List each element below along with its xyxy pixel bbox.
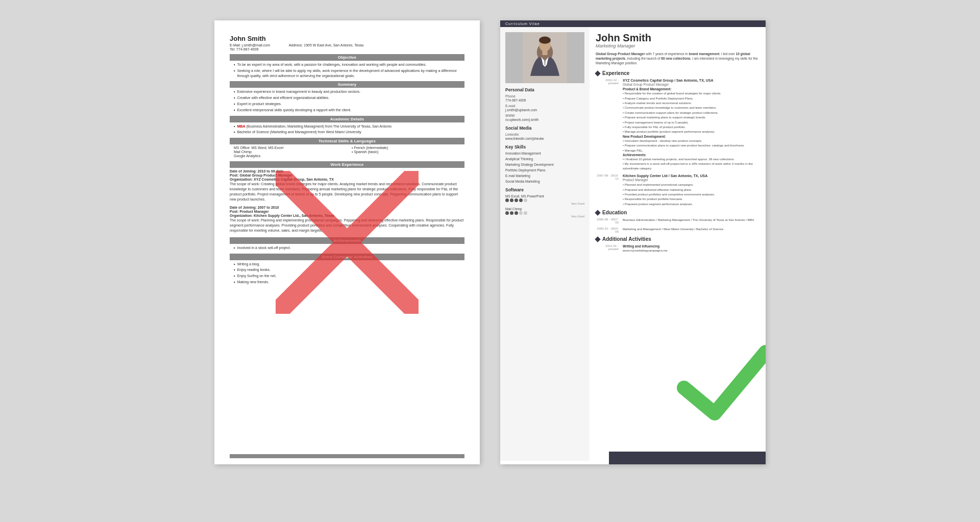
job-1-b5: • Create communication support plans for… [623,111,760,115]
right-bottom-bar [609,452,766,461]
job-1-npd-b3: • Manage P&L. [623,148,760,153]
right-resume: Curriculum Vitae [500,20,766,464]
mc-dot-3 [514,211,518,215]
job-1-b7: • Project management (teams of up to 5 p… [623,120,760,125]
linkedin-label: LinkedIn [505,133,584,136]
summary-bullet-2: Creative with effective and efficient or… [230,95,464,101]
activity-1-dates: 2012-01 - present [596,244,619,253]
job-1-b8: • Fully responsible for P&L of product p… [623,125,760,129]
skill-google: Google Analytics [234,154,347,158]
key-skills-title: Key Skills [505,144,584,150]
extra-item-3: Enjoy Surfing on the net. [230,274,464,279]
job-1-b4: • Communicate product knowledge to custo… [623,106,760,110]
extra-item-1: Writing a blog. [230,262,464,267]
excel-level-label: Very Good [505,202,584,205]
job-1-b9: • Manage product portfolio (product segm… [623,130,760,134]
job-1-section-1: Product & Brand Management: [623,87,760,91]
job-2-role: Product Manager [623,178,760,182]
mc-dot-5 [524,211,527,215]
job-1-role: Global Group Product Manager [623,83,760,86]
extra-header: Extra Curricular Activities [230,254,464,260]
job-2-b1: • Planned and implemented promotional ca… [623,183,760,187]
skill-analytical: Analytical Thinking [505,157,584,161]
photo-placeholder [505,32,584,83]
mc-dot-4 [519,211,523,215]
job-1-ach-b2: • My involvement in a stock sell-off pro… [623,162,760,170]
skill-social-media: Social Media Marketing [505,180,584,183]
achievement-item-1: Involved in a stock sell-off project. [230,245,464,251]
email-value: j.smith@uptwork.com [505,108,584,112]
skill-spanish: • Spanish (basic) [352,150,464,154]
left-name: John Smith [230,35,464,42]
edu-1-dates: 2005-09 - 2007-05 [596,218,619,224]
academic-item-2: Bachelor of Science (Marketing and Manag… [230,130,464,135]
experience-title: Experience [596,70,760,76]
main-container: John Smith E-Mail: j.smith@mail.com Addr… [0,0,980,522]
job-1-b1: • Responsible for the creation of global… [623,91,760,95]
job-1-dates: 2010-12 - present [596,79,619,171]
bottom-bar [230,454,464,458]
dot-4 [519,198,523,202]
job-1-npd-b1: • Innovation development - develop new p… [623,139,760,143]
edu-1-details: Business Administration / Marketing Mana… [623,218,760,222]
academic-item-1: MBA (Business Administration, Marketing … [230,124,464,129]
person-silhouette [505,32,584,83]
objective-bullet-1: To be an expert in my area of work, with… [230,62,464,67]
linkedin-value: www.linkedin.com/jsheutw [505,137,584,140]
work-job-1: Date of Joining: 2010 to till date Post:… [230,169,464,202]
edu-1-block: 2005-09 - 2007-05 Business Administratio… [596,218,760,224]
summary-bullet-1: Extensive experience in brand management… [230,89,464,94]
education-title: Education [596,210,760,215]
left-resume: John Smith E-Mail: j.smith@mail.com Addr… [214,20,480,464]
job-2-b5: • Prepared product segment performance a… [623,202,760,206]
job-1-block: 2010-12 - present XYZ Cosmetics Capital … [596,79,760,171]
software-title: Software [505,187,584,192]
achievements-header: Achievements [230,237,464,244]
www-value: cv.uptwork.com/j.smith [505,118,584,121]
activity-1-value: www.mymarketingcampaigns.me [623,248,760,253]
svg-point-5 [539,37,551,44]
personal-data-title: Personal Data [505,87,584,92]
cv-summary: Global Group Product Manager with 7 year… [596,52,760,65]
skill-marketing-strategy: Marketing Strategy Development [505,163,584,166]
extra-item-2: Enjoy reading books. [230,267,464,272]
social-media-title: Social Media [505,126,584,131]
mailchimp-level-label: Very Good [505,215,584,218]
edu-2-dates: 2000-10 - 2004-05 [596,227,619,233]
summary-bullet-4: Excellent interpersonal skills quickly d… [230,108,464,113]
edu-2-block: 2000-10 - 2004-05 Marketing and Manageme… [596,227,760,233]
job-1-npd-b2: • Prepare communication plans to support… [623,143,760,147]
summary-bullet-3: Expert in product strategies. [230,102,464,107]
svg-rect-6 [543,51,548,55]
software-excel: MS Excel, MS PowerPoint Very Good [505,194,584,205]
left-contact-email: E-Mail: j.smith@mail.com Address: 1905 W… [230,43,464,47]
dot-1 [505,198,509,202]
right-sidebar: Personal Data Phone 774-987-4009 E-mail … [500,27,590,461]
email-label: E-mail [505,104,584,108]
work-job-2: Date of Joining: 2007 to 2010 Post: Prod… [230,206,464,233]
activity-1-label: Writing and Influencing [623,244,760,248]
mc-dot-1 [505,211,509,215]
software-mailchimp: Mail Chimp Very Good [505,207,584,218]
job-1-section-2: New Product Development: [623,135,760,138]
skill-innovation: Innovation Management [505,152,584,155]
left-contact-tel: Tel: 774-987-4009 [230,47,464,51]
job-2-b3: • Provided product portfolios and compet… [623,192,760,196]
mc-dot-2 [510,211,513,215]
job-2-block: 2007-09 - 2010-11 Kitchen Supply Center … [596,174,760,207]
job-1-company: XYZ Cosmetics Capital Group / San Antoni… [623,79,760,82]
phone-label: Phone [505,94,584,98]
technical-header: Technical Skills & Languages [230,138,464,144]
dot-2 [510,198,513,202]
activity-1-block: 2012-01 - present Writing and Influencin… [596,244,760,253]
academic-header: Academic Details [230,116,464,122]
www-label: WWW [505,114,584,117]
job-2-b4: • Responsible for product portfolio fore… [623,197,760,201]
cv-name: John Smith [596,32,760,43]
objective-header: Objective [230,54,464,61]
job-1-ach-b1: • I finalized 10 global marketing projec… [623,157,760,161]
objective-bullet-2: Seeking a role, where I will be able to … [230,68,464,79]
cv-header-bar: Curriculum Vitae [500,20,766,27]
job-1-section-3: Achievements: [623,153,760,157]
job-2-company: Kitchen Supply Center Ltd / San Antonio,… [623,174,760,178]
